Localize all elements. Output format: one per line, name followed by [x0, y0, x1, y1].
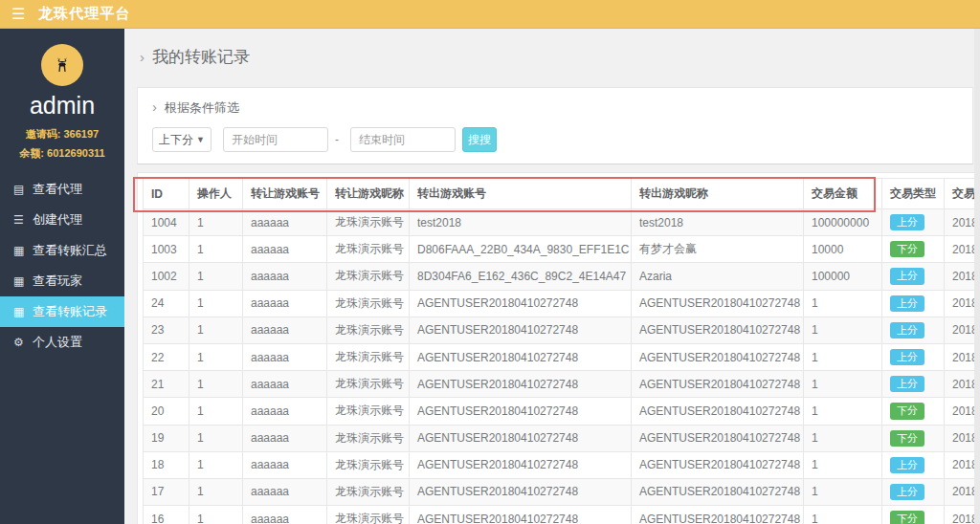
- transaction-type-select[interactable]: 上下分 ▼: [152, 127, 212, 152]
- table-icon: ▦: [13, 244, 33, 257]
- transaction-type-badge: 上分: [890, 214, 924, 230]
- sidebar-item-label: 查看玩家: [33, 273, 82, 290]
- id-cell: 22: [144, 343, 189, 370]
- table-row: 221aaaaaa龙珠演示账号AGENTUSER20180410272748AG…: [144, 343, 980, 370]
- to-account-cell: 8D304FA6_E162_436C_89C2_4E14A47: [410, 263, 632, 290]
- amount-cell: 1: [804, 398, 882, 425]
- from-nickname-cell: 龙珠演示账号: [327, 371, 410, 398]
- table-row: 211aaaaaa龙珠演示账号AGENTUSER20180410272748AG…: [144, 371, 980, 398]
- gears-icon: ⚙: [13, 336, 33, 349]
- operator-cell: 1: [189, 398, 243, 425]
- transaction-type-badge: 下分: [890, 430, 924, 447]
- book-icon: ▤: [13, 183, 33, 196]
- sidebar-item-link[interactable]: ▤查看代理: [0, 174, 124, 205]
- balance-value: 6012690311: [47, 147, 105, 159]
- amount-cell: 1: [804, 478, 882, 505]
- column-header: 转出游戏昵称: [632, 179, 804, 209]
- id-cell: 1002: [144, 263, 189, 290]
- sidebar-item-label: 查看转账汇总: [33, 242, 107, 259]
- app-title: 龙珠代理平台: [38, 5, 130, 23]
- sidebar-item-active[interactable]: ▦查看转账记录: [0, 296, 124, 327]
- operator-cell: 1: [189, 209, 243, 236]
- to-nickname-cell: AGENTUSER20180410272748: [632, 371, 804, 398]
- page: ☰ 龙珠代理平台 admin 邀请码: 366197 余额: 601269031…: [0, 0, 980, 524]
- transaction-type-badge: 上分: [890, 322, 924, 338]
- end-time-input[interactable]: [350, 127, 456, 152]
- table-row: 201aaaaaa龙珠演示账号AGENTUSER20180410272748AG…: [144, 398, 980, 425]
- sidebar-item-link[interactable]: ⚙个人设置: [0, 327, 124, 358]
- type-cell: 上分: [882, 290, 945, 317]
- to-account-cell: AGENTUSER20180410272748: [410, 343, 632, 370]
- amount-cell: 100000000: [804, 209, 882, 236]
- table-row: 10021aaaaaa龙珠演示账号8D304FA6_E162_436C_89C2…: [144, 263, 980, 290]
- amount-cell: 1: [804, 371, 882, 398]
- to-nickname-cell: 有梦才会赢: [632, 236, 804, 263]
- username: admin: [0, 92, 124, 120]
- to-nickname-cell: Azaria: [632, 263, 804, 290]
- to-account-cell: AGENTUSER20180410272748: [410, 451, 632, 478]
- table-row: 241aaaaaa龙珠演示账号AGENTUSER20180410272748AG…: [144, 290, 980, 317]
- transaction-type-badge: 上分: [890, 484, 924, 500]
- invite-code-value: 366197: [64, 128, 100, 140]
- from-nickname-cell: 龙珠演示账号: [327, 506, 410, 524]
- table-body: 10041aaaaaa龙珠演示账号test2018test20181000000…: [144, 209, 980, 524]
- start-time-input[interactable]: [223, 127, 328, 152]
- to-nickname-cell: AGENTUSER20180410272748: [632, 506, 804, 524]
- type-cell: 上分: [882, 263, 945, 290]
- operator-cell: 1: [189, 371, 243, 398]
- table-row: 171aaaaaa龙珠演示账号AGENTUSER20180410272748AG…: [144, 478, 980, 505]
- filter-controls: 上下分 ▼ - 搜搜: [152, 127, 958, 152]
- sidebar-item-label: 创建代理: [33, 211, 82, 229]
- amount-cell: 1: [804, 425, 882, 451]
- amount-cell: 1: [804, 451, 882, 478]
- from-account-cell: aaaaaa: [243, 343, 327, 370]
- type-cell: 下分: [882, 236, 945, 263]
- operator-cell: 1: [189, 451, 243, 478]
- from-nickname-cell: 龙珠演示账号: [327, 290, 410, 317]
- operator-cell: 1: [189, 290, 243, 317]
- sidebar-item-label: 查看转账记录: [33, 303, 107, 320]
- from-account-cell: aaaaaa: [243, 263, 327, 290]
- from-nickname-cell: 龙珠演示账号: [327, 425, 410, 451]
- scrollbar[interactable]: [974, 29, 980, 524]
- transaction-type-badge: 下分: [890, 403, 924, 419]
- column-header: 交易金额: [804, 179, 882, 209]
- transaction-type-badge: 上分: [890, 457, 924, 473]
- sidebar-menu: ▤查看代理☰创建代理▦查看转账汇总▦查看玩家▦查看转账记录⚙个人设置: [0, 174, 124, 358]
- id-cell: 17: [144, 478, 189, 505]
- from-account-cell: aaaaaa: [243, 290, 327, 317]
- sidebar-item-link[interactable]: ☰创建代理: [0, 205, 124, 235]
- menu-toggle-icon[interactable]: ☰: [11, 7, 25, 22]
- from-nickname-cell: 龙珠演示账号: [327, 398, 410, 425]
- to-account-cell: AGENTUSER20180410272748: [410, 371, 632, 398]
- to-account-cell: AGENTUSER20180410272748: [410, 290, 632, 317]
- operator-cell: 1: [189, 263, 243, 290]
- from-account-cell: aaaaaa: [243, 236, 327, 263]
- transaction-type-badge: 上分: [890, 268, 924, 284]
- type-cell: 上分: [882, 317, 945, 343]
- sidebar-item-label: 个人设置: [33, 334, 82, 351]
- from-nickname-cell: 龙珠演示账号: [327, 263, 410, 290]
- from-nickname-cell: 龙珠演示账号: [327, 209, 410, 236]
- column-header: 交易类型: [882, 179, 945, 209]
- transfer-records-table: ID操作人转让游戏账号转让游戏昵称转出游戏账号转出游戏昵称交易金额交易类型交易时…: [143, 178, 980, 524]
- search-button[interactable]: 搜搜: [462, 127, 497, 152]
- to-nickname-cell: AGENTUSER20180410272748: [632, 451, 804, 478]
- filter-panel: ›根据条件筛选 上下分 ▼ - 搜搜: [137, 87, 973, 164]
- from-nickname-cell: 龙珠演示账号: [327, 343, 410, 370]
- to-nickname-cell: test2018: [632, 209, 804, 236]
- table-icon: ▦: [13, 274, 33, 288]
- id-cell: 1004: [144, 209, 189, 236]
- sidebar-item-link[interactable]: ▦查看转账汇总: [0, 235, 124, 266]
- from-nickname-cell: 龙珠演示账号: [327, 451, 410, 478]
- records-table-panel: ID操作人转让游戏账号转让游戏昵称转出游戏账号转出游戏昵称交易金额交易类型交易时…: [137, 172, 980, 524]
- operator-cell: 1: [189, 425, 243, 451]
- table-row: 181aaaaaa龙珠演示账号AGENTUSER20180410272748AG…: [144, 451, 980, 478]
- to-account-cell: AGENTUSER20180410272748: [410, 398, 632, 425]
- to-account-cell: AGENTUSER20180410272748: [410, 506, 632, 524]
- from-account-cell: aaaaaa: [243, 478, 327, 505]
- from-account-cell: aaaaaa: [243, 371, 327, 398]
- sidebar-item-link[interactable]: ▦查看玩家: [0, 266, 124, 296]
- id-cell: 16: [144, 506, 189, 524]
- column-header: 转出游戏账号: [410, 179, 632, 209]
